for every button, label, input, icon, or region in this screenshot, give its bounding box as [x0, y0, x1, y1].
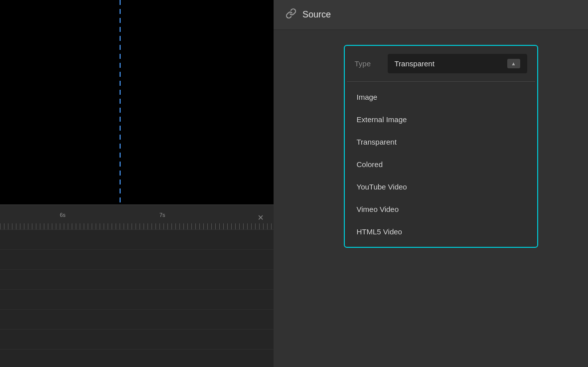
type-select[interactable]: Transparent ▲	[388, 54, 527, 73]
option-html5-video[interactable]: HTML5 Video	[345, 220, 537, 243]
type-arrow-icon: ▲	[507, 59, 520, 68]
option-external-image[interactable]: External Image	[345, 108, 537, 131]
time-label-6s: 6s	[60, 212, 66, 218]
option-transparent[interactable]: Transparent	[345, 131, 537, 153]
link-icon	[286, 8, 296, 21]
right-panel: Source Type Transparent ▲ Image External…	[274, 0, 588, 367]
timeline-ruler: 6s 7s ×	[0, 204, 274, 229]
close-button[interactable]: ×	[258, 211, 264, 223]
option-image[interactable]: Image	[345, 86, 537, 108]
option-vimeo-video[interactable]: Vimeo Video	[345, 198, 537, 220]
track-row	[0, 330, 274, 350]
option-youtube-video[interactable]: YouTube Video	[345, 176, 537, 198]
track-row	[0, 290, 274, 310]
option-colored[interactable]: Colored	[345, 153, 537, 176]
playhead-line	[120, 0, 121, 204]
track-row	[0, 270, 274, 290]
ruler-ticks-line	[0, 223, 274, 229]
canvas-area	[0, 0, 274, 204]
track-row	[0, 310, 274, 330]
ruler-tick-container: 6s 7s	[0, 205, 274, 229]
type-label: Type	[355, 59, 380, 68]
panel-title: Source	[302, 9, 331, 20]
timeline-tracks	[0, 229, 274, 367]
type-row: Type Transparent ▲	[345, 46, 537, 81]
track-row	[0, 230, 274, 250]
dashed-line	[120, 0, 121, 204]
track-row	[0, 250, 274, 270]
time-label-7s: 7s	[159, 212, 165, 218]
panel-content: Type Transparent ▲ Image External Image …	[274, 30, 588, 367]
panel-header: Source	[274, 0, 588, 30]
type-dropdown-container: Type Transparent ▲ Image External Image …	[344, 45, 538, 248]
type-selected-value: Transparent	[395, 59, 435, 68]
dropdown-options: Image External Image Transparent Colored…	[345, 82, 537, 247]
left-panel: 6s 7s ×	[0, 0, 274, 367]
